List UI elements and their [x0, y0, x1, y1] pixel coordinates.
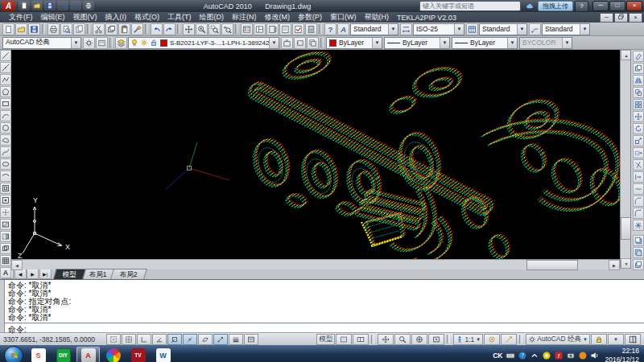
menu-item-v[interactable]: 视图(V) — [69, 12, 101, 23]
scroll-right-arrow[interactable]: ▶ — [609, 260, 620, 270]
publish-button[interactable] — [73, 23, 85, 35]
chevron-down-icon[interactable]: ▼ — [372, 38, 382, 48]
autocad-logo-icon[interactable]: A — [2, 1, 15, 11]
workspace-settings-icon[interactable] — [83, 37, 95, 49]
tab-模型[interactable]: 模型 — [53, 269, 86, 279]
draworder-back-button[interactable] — [633, 247, 644, 258]
make-block-button[interactable] — [0, 195, 11, 206]
dim-style-icon[interactable] — [400, 23, 412, 35]
vertical-scrollbar[interactable]: ▲ ▼ — [620, 50, 631, 269]
dyn-toggle[interactable] — [213, 334, 228, 345]
chevron-down-icon[interactable]: ▼ — [388, 24, 398, 35]
command-line-window[interactable]: 命令: *取消*命令: *取消*命令: 指定对角点:命令: *取消*命令: *取… — [0, 279, 644, 332]
cloud-icon[interactable] — [523, 2, 536, 11]
menu-item-tekla2pipv203[interactable]: TEKLA2PIP V2.03 — [393, 14, 460, 22]
chevron-down-icon[interactable]: ▼ — [269, 38, 279, 48]
insert-block-button[interactable] — [0, 183, 11, 194]
menu-item-p[interactable]: 参数(P) — [294, 12, 326, 23]
workspace-combo[interactable]: AutoCAD 经典▼ — [2, 37, 81, 49]
plot-icon[interactable] — [83, 1, 94, 10]
copy-button[interactable] — [633, 63, 644, 74]
help-button[interactable]: ? — [324, 23, 336, 35]
scale-button[interactable] — [633, 135, 644, 146]
minimize-button[interactable]: ─ — [592, 1, 609, 11]
zoom-button[interactable] — [394, 334, 411, 345]
quick-view-layouts-button[interactable] — [336, 334, 352, 345]
menu-item-i[interactable]: 插入(I) — [101, 12, 131, 23]
multileader-style-icon[interactable] — [529, 23, 541, 35]
quickcalc-button[interactable] — [305, 23, 317, 35]
chevron-down-icon[interactable]: ▼ — [71, 38, 80, 48]
layer-previous-icon[interactable] — [294, 37, 306, 49]
line-button[interactable] — [0, 50, 11, 61]
preview-button[interactable] — [60, 23, 72, 35]
taskbar-app-tv-player[interactable]: TV — [126, 347, 150, 362]
color-combo[interactable]: ByLayer▼ — [326, 37, 382, 49]
layer-states-icon[interactable] — [307, 37, 319, 49]
menu-item-d[interactable]: 绘图(D) — [196, 12, 229, 23]
new-icon[interactable] — [19, 1, 30, 10]
layer-on-bulb-icon[interactable] — [130, 39, 138, 47]
table-style-combo[interactable]: Standard▼ — [479, 23, 527, 35]
steering-wheel-button[interactable] — [411, 334, 427, 345]
undo-button[interactable] — [151, 23, 163, 35]
chevron-down-icon[interactable]: ▼ — [507, 38, 517, 48]
taskbar-app-diy-player[interactable]: DIY — [52, 347, 75, 362]
extend-button[interactable] — [633, 171, 644, 183]
volume-icon[interactable] — [589, 350, 600, 360]
point-button[interactable] — [0, 207, 11, 218]
cut-button[interactable] — [93, 23, 105, 35]
flash-icon[interactable]: f — [553, 350, 564, 360]
workspace-save-icon[interactable] — [96, 37, 108, 49]
array-button[interactable] — [633, 99, 644, 110]
keyboard-icon[interactable] — [505, 350, 515, 360]
model-space-button[interactable]: 模型 — [316, 334, 335, 345]
zoom-realtime-button[interactable] — [196, 23, 208, 35]
doc-restore-button[interactable] — [614, 13, 628, 23]
text-style-combo[interactable]: Standard▼ — [350, 23, 398, 35]
layer-lock-icon[interactable] — [149, 39, 158, 47]
status-menu-chevron[interactable]: ▼ — [608, 334, 624, 345]
multiline-text-button[interactable]: A — [0, 267, 11, 278]
pan-button[interactable] — [378, 334, 394, 345]
command-prompt[interactable]: 命令: — [0, 325, 644, 335]
taskbar-app-media-player[interactable] — [101, 347, 125, 362]
revision-cloud-button[interactable] — [0, 134, 11, 146]
ducs-toggle[interactable] — [198, 334, 213, 345]
erase-button[interactable] — [633, 51, 644, 62]
clean-screen-button[interactable] — [625, 334, 641, 345]
search-input[interactable]: 键入关键字或短语 — [419, 1, 521, 11]
taskbar-app-word[interactable]: W — [151, 347, 175, 362]
snap-toggle[interactable] — [106, 334, 121, 345]
chevron-down-icon[interactable]: ▼ — [517, 24, 526, 35]
text-style-icon[interactable]: A — [337, 23, 349, 35]
horizontal-scroll-thumb[interactable] — [526, 260, 578, 270]
help-badge-icon[interactable]: ? — [517, 350, 527, 360]
tab-next-button[interactable]: ▶ — [27, 269, 39, 279]
zoom-window-button[interactable] — [208, 23, 221, 35]
menu-item-o[interactable]: 格式(O) — [130, 12, 163, 23]
chevron-down-icon[interactable]: ▼ — [580, 24, 589, 35]
lwt-toggle[interactable] — [229, 334, 243, 345]
layer-color-swatch[interactable] — [160, 39, 167, 47]
new-button[interactable] — [2, 23, 14, 35]
ellipse-arc-button[interactable] — [0, 171, 11, 182]
lineweight-combo[interactable]: ByLayer▼ — [452, 37, 518, 49]
start-button[interactable] — [4, 346, 23, 362]
gradient-button[interactable] — [0, 231, 11, 242]
save-button[interactable] — [28, 23, 40, 35]
quick-view-drawings-button[interactable] — [353, 334, 369, 345]
stretch-button[interactable] — [633, 147, 644, 158]
fillet-button[interactable] — [633, 208, 644, 219]
properties-button[interactable] — [241, 23, 253, 35]
hatch-button[interactable] — [0, 219, 11, 230]
mirror-button[interactable] — [633, 75, 644, 86]
grid-toggle[interactable] — [122, 334, 136, 345]
workspace-switch-button[interactable]: AutoCAD 经典▼ — [526, 334, 590, 345]
region-button[interactable] — [0, 243, 11, 254]
tab-布局2[interactable]: 布局2 — [110, 269, 147, 279]
doc-minimize-button[interactable]: ─ — [600, 13, 613, 23]
menu-item-t[interactable]: 工具(T) — [163, 12, 196, 23]
rectangle-button[interactable] — [0, 98, 11, 109]
annotation-scale-button[interactable]: 1:1▼ — [453, 334, 483, 345]
